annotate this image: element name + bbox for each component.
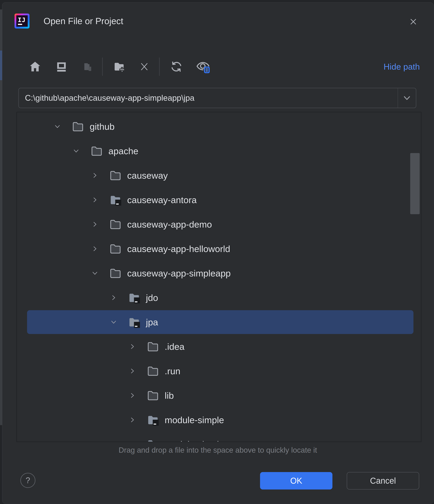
tree-row-github[interactable]: github xyxy=(17,114,421,139)
refresh-icon[interactable] xyxy=(169,59,184,74)
toolbar-separator xyxy=(159,58,160,76)
tree-row-module-simple[interactable]: module-simple xyxy=(17,408,421,432)
tree-item-label: causeway-app-simpleapp xyxy=(127,268,231,279)
project-folder-icon xyxy=(146,438,160,442)
project-folder-icon xyxy=(108,193,122,207)
tree-row-apache[interactable]: apache xyxy=(17,139,421,163)
show-hidden-files-icon[interactable] xyxy=(196,59,211,74)
tree-item-label: jpa xyxy=(146,317,158,327)
tree-item-label: .idea xyxy=(165,341,184,352)
file-tree-rows: github apache xyxy=(17,112,421,441)
tree-item-label: apache xyxy=(108,146,138,156)
tree-row-module-simple-tests[interactable]: module-simple-tests xyxy=(17,432,421,442)
close-icon[interactable] xyxy=(408,17,418,27)
tree-row-causeway-app-demo[interactable]: causeway-app-demo xyxy=(17,212,421,236)
tree-twisty-icon[interactable] xyxy=(128,440,137,442)
tree-row-.idea[interactable]: .idea xyxy=(17,334,421,359)
toolbar-separator xyxy=(102,58,103,76)
tree-item-label: causeway-app-helloworld xyxy=(127,243,230,254)
tree-twisty-icon[interactable] xyxy=(109,293,118,302)
tree-row-jdo[interactable]: jdo xyxy=(17,285,421,310)
tree-twisty-icon[interactable] xyxy=(90,269,99,278)
folder-icon xyxy=(146,389,160,402)
tree-item-label: module-simple-tests xyxy=(165,439,246,442)
open-file-dialog: IJ Open File or Project xyxy=(2,2,434,504)
tree-item-label: causeway xyxy=(127,170,168,181)
scrollbar-thumb[interactable] xyxy=(410,153,420,214)
dialog-title: Open File or Project xyxy=(44,16,123,26)
folder-icon xyxy=(146,340,160,353)
tree-twisty-icon[interactable] xyxy=(90,195,99,204)
chevron-down-icon[interactable] xyxy=(398,91,416,105)
ok-button[interactable]: OK xyxy=(260,472,332,489)
tree-row-jpa[interactable]: jpa xyxy=(17,310,421,334)
folder-icon xyxy=(108,217,122,231)
background-window-selection-sliver xyxy=(0,51,2,80)
file-tree: github apache xyxy=(17,112,421,442)
tree-item-label: lib xyxy=(165,390,174,401)
tree-item-label: .run xyxy=(165,366,181,376)
tree-twisty-icon[interactable] xyxy=(90,244,99,253)
path-input[interactable]: C:\github\apache\causeway-app-simpleapp\… xyxy=(19,93,398,103)
folder-icon-disabled xyxy=(81,60,95,73)
project-folder-icon xyxy=(127,291,141,305)
folder-icon xyxy=(71,120,85,133)
folder-icon xyxy=(108,266,122,280)
tree-twisty-icon[interactable] xyxy=(128,415,137,424)
tree-item-label: module-simple xyxy=(165,415,224,425)
tree-twisty-icon[interactable] xyxy=(109,317,118,327)
tree-twisty-icon[interactable] xyxy=(90,171,99,180)
tree-row-causeway-app-helloworld[interactable]: causeway-app-helloworld xyxy=(17,236,421,261)
tree-twisty-icon[interactable] xyxy=(128,366,137,376)
intellij-logo-icon: IJ xyxy=(15,14,29,28)
folder-icon xyxy=(146,364,160,378)
dialog-titlebar: IJ Open File or Project xyxy=(15,14,123,28)
tree-item-label: causeway-antora xyxy=(127,195,197,205)
folder-icon xyxy=(90,144,104,158)
tree-item-label: jdo xyxy=(146,292,158,303)
tree-twisty-icon[interactable] xyxy=(53,122,62,131)
folder-icon xyxy=(108,242,122,256)
drag-drop-hint: Drag and drop a file into the space abov… xyxy=(2,446,433,454)
tree-twisty-icon[interactable] xyxy=(128,391,137,400)
tree-item-label: github xyxy=(90,121,115,132)
home-icon[interactable] xyxy=(28,60,42,73)
tree-item-label: causeway-app-demo xyxy=(127,219,212,230)
tree-twisty-icon[interactable] xyxy=(128,342,137,351)
tree-row-lib[interactable]: lib xyxy=(17,383,421,408)
project-folder-icon xyxy=(127,315,141,329)
tree-twisty-icon[interactable] xyxy=(72,146,81,155)
tree-row-causeway-antora[interactable]: causeway-antora xyxy=(17,188,421,212)
desktop-icon[interactable] xyxy=(55,60,68,73)
tree-twisty-icon[interactable] xyxy=(90,220,99,229)
new-folder-icon[interactable] xyxy=(112,60,126,73)
tree-row-.run[interactable]: .run xyxy=(17,359,421,383)
delete-icon[interactable] xyxy=(139,61,150,72)
hide-path-link[interactable]: Hide path xyxy=(383,60,420,73)
file-chooser-toolbar xyxy=(28,60,211,73)
folder-icon xyxy=(108,169,122,182)
project-folder-icon xyxy=(146,413,160,427)
path-combobox[interactable]: C:\github\apache\causeway-app-simpleapp\… xyxy=(18,88,416,108)
tree-row-causeway-app-simpleapp[interactable]: causeway-app-simpleapp xyxy=(17,261,421,285)
help-button[interactable]: ? xyxy=(20,473,35,488)
tree-row-causeway[interactable]: causeway xyxy=(17,163,421,188)
cancel-button[interactable]: Cancel xyxy=(347,472,419,489)
